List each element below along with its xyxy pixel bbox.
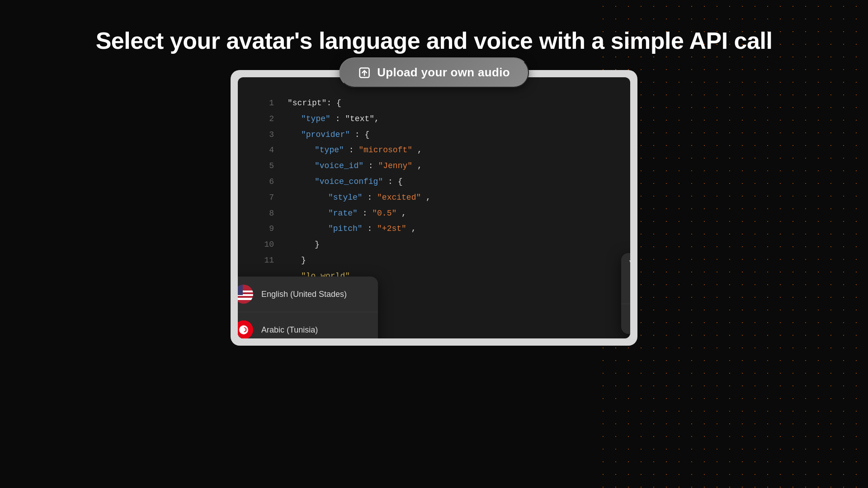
voice-avatar-jenny	[629, 310, 630, 328]
upload-audio-button[interactable]: Upload your own audio	[339, 57, 529, 88]
language-label-ar-tn: Arabic (Tunisia)	[261, 325, 318, 335]
code-content: 1 "script": { 2 "type" : "text", 3 "prov…	[238, 86, 630, 284]
code-line-8: 8 "rate" : "0.5" ,	[238, 206, 630, 221]
voices-header-label: Voices	[629, 259, 630, 267]
code-editor: 1 "script": { 2 "type" : "text", 3 "prov…	[238, 77, 630, 338]
voice-item-sam[interactable]: Sam	[621, 274, 630, 304]
code-line-3: 3 "provider" : {	[238, 127, 630, 143]
code-line-11: 11 }	[238, 253, 630, 268]
code-line-1: 1 "script": {	[238, 95, 630, 111]
voices-dropdown: Voices ▾ Sam Jenny Multili	[621, 253, 630, 334]
code-line-9: 9 "pitch" : "+2st" ,	[238, 221, 630, 237]
main-card: Upload your own audio 1 "script": { 2 "t…	[231, 70, 637, 346]
code-line-2: 2 "type" : "text",	[238, 111, 630, 127]
code-line-4: 4 "type" : "microsoft" ,	[238, 142, 630, 158]
upload-button-label: Upload your own audio	[377, 66, 510, 80]
dot-pattern-decoration	[597, 0, 868, 488]
code-line-7: 7 "style" : "excited" ,	[238, 190, 630, 206]
language-dropdown: English (United Stades) ☽ Arabic (Tunisi…	[238, 277, 378, 338]
voice-avatar-sam	[629, 280, 630, 297]
voices-dropdown-header[interactable]: Voices ▾	[621, 253, 630, 274]
language-item-en-us[interactable]: English (United Stades)	[238, 277, 378, 312]
language-label-en-us: English (United Stades)	[261, 290, 347, 299]
code-line-6: 6 "voice_config" : {	[238, 174, 630, 190]
code-line-10: 10 }	[238, 237, 630, 253]
upload-icon	[358, 66, 371, 79]
tn-flag-icon: ☽	[238, 320, 253, 338]
page-title: Select your avatar's language and voice …	[0, 27, 868, 54]
voice-item-jenny[interactable]: Jenny Multili	[621, 304, 630, 334]
us-flag-icon	[238, 285, 253, 304]
code-line-5: 5 "voice_id" : "Jenny" ,	[238, 158, 630, 174]
language-item-ar-tn[interactable]: ☽ Arabic (Tunisia)	[238, 312, 378, 338]
